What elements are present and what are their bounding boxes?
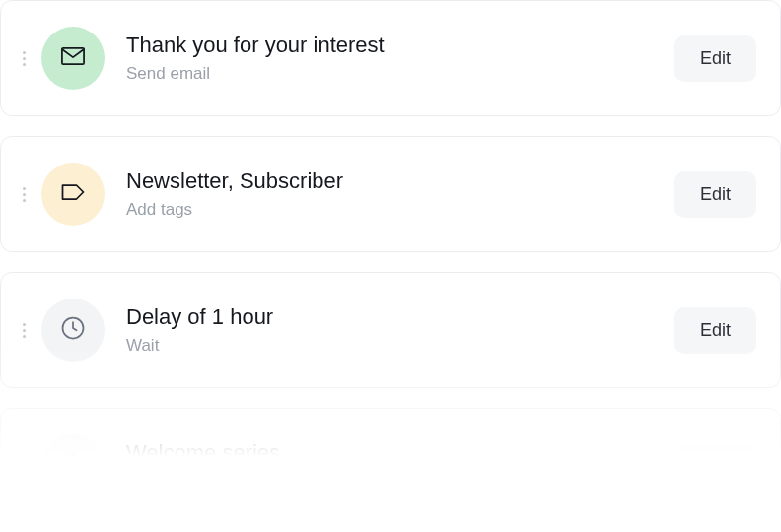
- step-title: Thank you for your interest: [126, 32, 674, 60]
- step-subtitle: Run sequence: [126, 471, 674, 493]
- edit-button[interactable]: Edit: [674, 171, 756, 218]
- step-avatar: [41, 163, 105, 226]
- step-title: Welcome series: [126, 439, 674, 468]
- step-content: Delay of 1 hour Wait: [126, 303, 674, 358]
- step-title: Delay of 1 hour: [126, 303, 674, 332]
- drag-handle[interactable]: [15, 43, 36, 74]
- step-avatar: [41, 27, 105, 90]
- drag-handle[interactable]: [15, 315, 36, 346]
- svg-point-3: [66, 467, 71, 472]
- edit-button[interactable]: Edit: [674, 307, 756, 354]
- tag-icon: [59, 178, 87, 210]
- edit-button[interactable]: Edit: [674, 35, 756, 82]
- step-content: Thank you for your interest Send email: [126, 32, 674, 86]
- step-subtitle: Add tags: [126, 199, 674, 221]
- step-avatar: [41, 299, 105, 362]
- svg-rect-0: [62, 48, 84, 64]
- edit-button[interactable]: Edit: [674, 443, 756, 490]
- workflow-step-sequence: Welcome series Run sequence Edit: [0, 408, 781, 524]
- step-title: Newsletter, Subscriber: [126, 167, 674, 196]
- step-content: Welcome series Run sequence: [126, 439, 674, 494]
- workflow-step-list: Thank you for your interest Send email E…: [0, 0, 781, 524]
- envelope-icon: [59, 42, 87, 74]
- step-avatar: [41, 434, 105, 498]
- step-subtitle: Send email: [126, 63, 674, 85]
- workflow-step-tags: Newsletter, Subscriber Add tags Edit: [0, 136, 781, 252]
- workflow-step-email: Thank you for your interest Send email E…: [0, 0, 781, 116]
- sequence-icon: [59, 450, 87, 482]
- svg-point-4: [75, 467, 80, 472]
- workflow-step-wait: Delay of 1 hour Wait Edit: [0, 272, 781, 388]
- drag-handle[interactable]: [15, 179, 36, 210]
- step-subtitle: Wait: [126, 335, 674, 357]
- clock-icon: [59, 314, 87, 346]
- step-content: Newsletter, Subscriber Add tags: [126, 167, 674, 222]
- drag-handle[interactable]: [15, 451, 36, 482]
